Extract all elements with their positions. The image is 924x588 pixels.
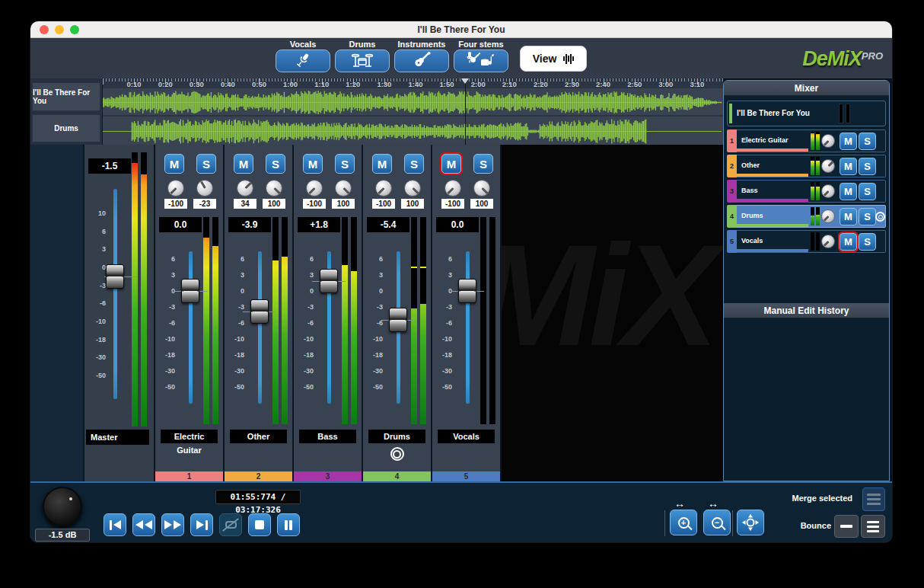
stem-label: Four stems xyxy=(454,40,508,50)
scale-tick: -18 xyxy=(165,351,175,359)
solo-button[interactable]: S xyxy=(859,233,876,251)
playhead-marker[interactable] xyxy=(461,78,469,84)
manual-edit-history-header[interactable]: Manual Edit History xyxy=(724,303,889,318)
fader-handle[interactable] xyxy=(181,279,199,303)
solo-button[interactable]: S xyxy=(404,154,424,174)
panel-track-row-drums[interactable]: 4DrumsMS xyxy=(727,205,886,228)
panel-track-row-electric-guitar[interactable]: 1Electric GuitarMS xyxy=(727,129,886,152)
stem-button-drums[interactable] xyxy=(335,50,390,72)
pan-knob[interactable] xyxy=(821,235,835,248)
gain-display: 0.0 xyxy=(436,217,479,232)
timeline-waveform-area[interactable]: 0:100:200:300:400:501:001:101:201:301:40… xyxy=(103,78,723,145)
stem-button-four-stems[interactable] xyxy=(454,50,508,72)
stem-button-vocals[interactable] xyxy=(276,50,330,72)
mute-button[interactable]: M xyxy=(441,154,461,174)
stop-button[interactable] xyxy=(248,513,271,536)
zoom-out-button[interactable]: − xyxy=(703,510,731,535)
fader-scale: 630-3-6-10-18-30-50 xyxy=(226,259,246,387)
scale-tick: -50 xyxy=(304,383,314,391)
mute-button[interactable]: M xyxy=(840,183,857,200)
pan-right-knob[interactable] xyxy=(473,180,490,197)
knob-pointer xyxy=(823,216,829,222)
level-meters xyxy=(811,157,820,175)
pan-left-knob[interactable] xyxy=(306,180,323,197)
minimize-window-button[interactable] xyxy=(55,25,64,34)
fader-track[interactable] xyxy=(466,251,470,404)
mute-button[interactable]: M xyxy=(840,158,857,175)
pause-button[interactable] xyxy=(277,513,300,536)
fader-handle[interactable] xyxy=(458,279,476,303)
fader-track[interactable] xyxy=(258,251,262,404)
solo-button[interactable]: S xyxy=(859,208,876,225)
playhead-line[interactable] xyxy=(465,78,466,145)
bounce-single-button[interactable] xyxy=(834,515,859,538)
mute-button[interactable]: M xyxy=(303,154,323,174)
waveform-main-track[interactable] xyxy=(103,88,723,117)
merge-selected-button[interactable] xyxy=(862,487,885,511)
timeline-track-label-drums[interactable]: Drums xyxy=(32,114,100,142)
pan-knob[interactable] xyxy=(821,159,835,173)
view-button[interactable]: View xyxy=(520,46,587,72)
fader-handle[interactable] xyxy=(250,299,269,324)
fader-track[interactable] xyxy=(189,251,193,404)
mute-button[interactable]: M xyxy=(234,154,253,174)
pan-knob[interactable] xyxy=(821,209,835,223)
mute-button[interactable]: M xyxy=(372,154,392,174)
loop-button[interactable] xyxy=(219,513,242,536)
mute-button[interactable]: M xyxy=(840,208,857,225)
panel-track-row-other[interactable]: 2OtherMS xyxy=(727,155,886,177)
mute-button[interactable]: M xyxy=(840,133,857,150)
zoom-in-icon: + xyxy=(678,517,690,529)
solo-button[interactable]: S xyxy=(859,133,876,150)
pan-left-knob[interactable] xyxy=(167,180,184,197)
panel-track-row-vocals[interactable]: 5VocalsMS xyxy=(727,230,886,253)
solo-button[interactable]: S xyxy=(266,154,285,174)
scale-tick: -50 xyxy=(234,383,244,391)
fader-handle[interactable] xyxy=(106,264,124,289)
panel-track-row-bass[interactable]: 3BassMS xyxy=(727,180,886,203)
panel-main-track-row[interactable]: I'll Be There For You xyxy=(727,101,886,126)
pan-right-knob[interactable] xyxy=(335,180,352,197)
mute-button[interactable]: M xyxy=(840,233,857,251)
solo-button[interactable]: S xyxy=(473,154,493,174)
pan-left-knob[interactable] xyxy=(375,180,392,197)
fader-scale: 630-3-6-10-18-30-50 xyxy=(157,259,177,387)
waveform-drums-track[interactable] xyxy=(103,118,723,145)
ruler-tick-label: 1:40 xyxy=(408,80,422,88)
pan-knob[interactable] xyxy=(821,134,835,148)
mixer-panel-header[interactable]: Mixer xyxy=(724,81,889,96)
track-color-underline xyxy=(737,224,808,227)
rewind-button[interactable] xyxy=(132,513,155,536)
solo-button[interactable]: S xyxy=(335,154,355,174)
pan-left-knob[interactable] xyxy=(237,180,253,197)
solo-button[interactable]: S xyxy=(859,158,876,175)
panel-track-body: DrumsMS xyxy=(737,205,886,228)
pan-knob[interactable] xyxy=(821,184,835,198)
mute-button[interactable]: M xyxy=(164,154,184,174)
ruler-tick-label: 1:30 xyxy=(377,80,391,88)
solo-button[interactable]: S xyxy=(196,154,216,174)
skip-start-button[interactable] xyxy=(104,513,126,536)
close-window-button[interactable] xyxy=(40,25,49,34)
timeline-track-label-main[interactable]: I'll Be There For You xyxy=(32,82,100,111)
bounce-multi-button[interactable] xyxy=(861,515,885,538)
pan-left-knob[interactable] xyxy=(444,180,461,197)
fader-handle[interactable] xyxy=(320,269,338,293)
meter-bar xyxy=(132,152,138,427)
pan-right-knob[interactable] xyxy=(266,180,282,197)
panel-main-track-name: I'll Be There For You xyxy=(737,109,810,117)
fader-track[interactable] xyxy=(113,189,117,399)
stem-button-instruments[interactable] xyxy=(394,50,449,72)
pan-right-knob[interactable] xyxy=(196,180,213,197)
pan-right-knob[interactable] xyxy=(404,180,421,197)
record-target-icon[interactable] xyxy=(875,212,885,222)
solo-button[interactable]: S xyxy=(859,183,876,200)
fader-handle[interactable] xyxy=(389,308,407,332)
record-target-icon[interactable] xyxy=(390,447,404,461)
zoom-window-button[interactable] xyxy=(70,25,79,34)
master-volume-knob[interactable] xyxy=(43,487,82,526)
fast-forward-button[interactable] xyxy=(161,513,184,536)
skip-end-button[interactable] xyxy=(190,513,213,536)
zoom-in-button[interactable]: + xyxy=(670,510,697,535)
meter-mask xyxy=(811,207,814,216)
